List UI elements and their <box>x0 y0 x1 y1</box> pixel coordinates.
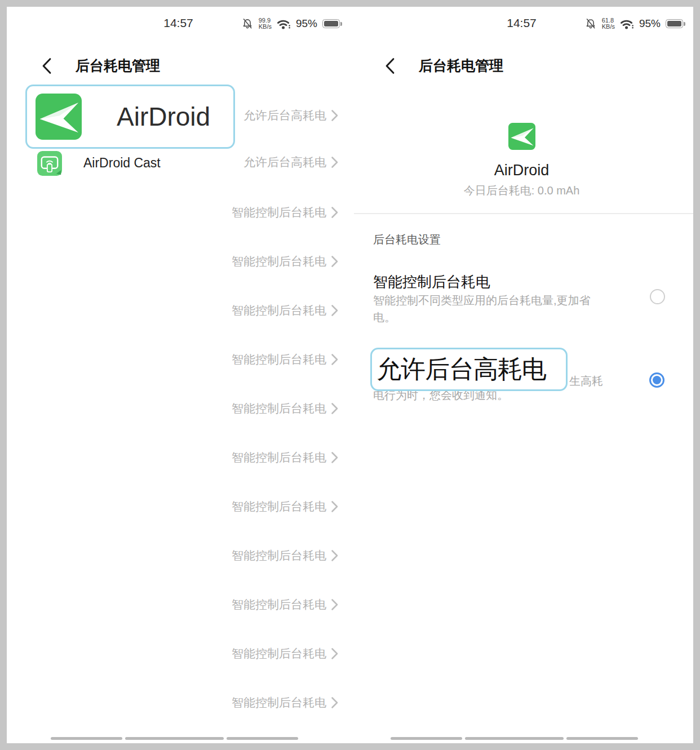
today-usage-label: 今日后台耗电: 0.0 mAh <box>350 183 693 198</box>
list-item[interactable]: 智能控制后台耗电 <box>7 580 350 629</box>
row-status-label: 智能控制后台耗电 <box>232 303 326 318</box>
status-icons: 99.9 KB/s 95% <box>237 15 340 33</box>
option-smart-control-desc: 智能控制不同类型应用的后台耗电量,更加省 <box>373 293 591 308</box>
row-status-label: 智能控制后台耗电 <box>232 450 326 465</box>
network-speed-unit: KB/s <box>602 24 615 30</box>
battery-percent: 95% <box>296 17 317 30</box>
battery-icon <box>322 19 340 28</box>
left-screen-app-list: 14:57 99.9 KB/s 95% 后台耗电管理 <box>7 7 350 743</box>
airdroid-cast-app-icon <box>37 151 62 176</box>
row-status-label: 智能控制后台耗电 <box>232 646 326 662</box>
chevron-right-icon <box>331 598 338 611</box>
navigation-gesture-bars <box>391 737 638 740</box>
network-speed: 99.9 KB/s <box>259 17 272 30</box>
battery-icon <box>666 19 683 28</box>
row-status-label: 智能控制后台耗电 <box>232 548 326 563</box>
wifi-icon <box>620 19 634 29</box>
radio-smart-control-unselected[interactable] <box>650 289 665 304</box>
list-item[interactable]: 智能控制后台耗电 <box>7 433 350 482</box>
page-title: 后台耗电管理 <box>419 56 503 75</box>
chevron-right-icon <box>331 647 338 660</box>
nav-bar-handle[interactable] <box>125 737 224 740</box>
chevron-right-icon <box>331 451 338 464</box>
status-bar: 14:57 61.8 KB/s 95% <box>350 12 693 35</box>
split-screens: 14:57 99.9 KB/s 95% 后台耗电管理 <box>7 7 693 743</box>
list-item[interactable]: 智能控制后台耗电 <box>7 629 350 678</box>
app-list: 智能控制后台耗电 智能控制后台耗电 智能控制后台耗电 智能控制后台耗电 智能控制… <box>7 188 350 727</box>
option-allow-desc-fragment: 生高耗 <box>569 374 603 389</box>
divider <box>354 213 693 214</box>
page-title: 后台耗电管理 <box>76 56 160 75</box>
list-item[interactable]: 智能控制后台耗电 <box>7 482 350 531</box>
chevron-right-icon <box>331 500 338 513</box>
network-speed: 61.8 KB/s <box>602 17 615 30</box>
row-status-label: 智能控制后台耗电 <box>232 499 326 514</box>
wifi-icon <box>277 19 291 29</box>
chevron-right-icon <box>331 109 338 122</box>
network-speed-unit: KB/s <box>259 24 272 30</box>
list-item[interactable]: 智能控制后台耗电 <box>7 531 350 580</box>
list-item-airdroid-cast[interactable]: AirDroid Cast 允许后台高耗电 <box>7 151 350 176</box>
list-item[interactable]: 智能控制后台耗电 <box>7 237 350 286</box>
chevron-right-icon <box>331 304 338 317</box>
nav-bar-handle[interactable] <box>465 737 564 740</box>
notifications-off-icon <box>584 17 597 30</box>
row-status-label: 智能控制后台耗电 <box>232 254 326 269</box>
option-allow-title[interactable]: 允许后台高耗电 <box>376 353 546 386</box>
list-item[interactable]: 智能控制后台耗电 <box>7 286 350 335</box>
nav-bar-handle[interactable] <box>391 737 462 740</box>
back-button[interactable] <box>385 57 395 74</box>
radio-dot <box>653 376 661 384</box>
back-button[interactable] <box>42 57 52 74</box>
row-status-label: 智能控制后台耗电 <box>232 205 326 220</box>
app-name: AirDroid <box>350 162 693 179</box>
row-status-label: 智能控制后台耗电 <box>232 695 326 711</box>
list-item[interactable]: 智能控制后台耗电 <box>7 678 350 727</box>
app-status-label: 允许后台高耗电 <box>243 108 326 123</box>
airdroid-app-icon <box>508 123 535 150</box>
chevron-right-icon <box>331 353 338 366</box>
row-status-label: 智能控制后台耗电 <box>232 597 326 613</box>
list-item[interactable]: 智能控制后台耗电 <box>7 335 350 384</box>
right-screen-app-detail: 14:57 61.8 KB/s 95% 后台耗电管理 AirDroid <box>350 7 693 743</box>
app-status-label: 允许后台高耗电 <box>243 154 326 170</box>
list-item-airdroid-status[interactable]: 允许后台高耗电 <box>7 106 350 125</box>
chevron-right-icon <box>331 549 338 562</box>
row-status-label: 智能控制后台耗电 <box>232 401 326 416</box>
app-status: 允许后台高耗电 <box>176 154 350 170</box>
list-item[interactable]: 智能控制后台耗电 <box>7 188 350 237</box>
chevron-right-icon <box>331 156 338 168</box>
option-smart-control-title[interactable]: 智能控制后台耗电 <box>373 272 490 292</box>
chevron-right-icon <box>331 206 338 219</box>
nav-bar-handle[interactable] <box>566 737 638 740</box>
option-smart-control-desc: 电。 <box>373 310 396 325</box>
page-header: 后台耗电管理 <box>7 55 350 77</box>
status-bar: 14:57 99.9 KB/s 95% <box>7 12 350 35</box>
radio-allow-selected[interactable] <box>649 372 664 388</box>
app-name: AirDroid Cast <box>83 156 161 171</box>
screenshot-frame: 14:57 99.9 KB/s 95% 后台耗电管理 <box>0 0 700 750</box>
page-header: 后台耗电管理 <box>350 55 693 77</box>
chevron-right-icon <box>331 696 338 709</box>
nav-bar-handle[interactable] <box>51 737 122 740</box>
navigation-gesture-bars <box>51 737 298 740</box>
section-label: 后台耗电设置 <box>373 232 441 247</box>
battery-percent: 95% <box>639 17 661 30</box>
nav-bar-handle[interactable] <box>227 737 298 740</box>
chevron-right-icon <box>331 402 338 415</box>
row-status-label: 智能控制后台耗电 <box>232 352 326 367</box>
notifications-off-icon <box>241 17 254 30</box>
chevron-right-icon <box>331 255 338 268</box>
status-icons: 61.8 KB/s 95% <box>580 15 683 33</box>
annotation-highlight-box: 允许后台高耗电 <box>370 348 568 391</box>
list-item[interactable]: 智能控制后台耗电 <box>7 384 350 433</box>
